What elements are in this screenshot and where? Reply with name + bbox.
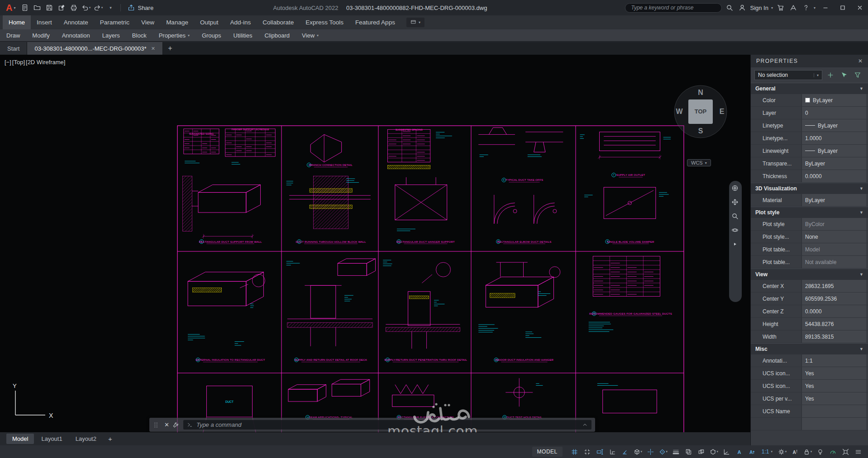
status-dynamic-input-toggle[interactable] xyxy=(594,446,606,457)
viewport-pane-control[interactable]: [−] xyxy=(5,59,11,66)
property-value[interactable]: 1:1 xyxy=(801,354,866,367)
navigation-wheel-icon[interactable] xyxy=(731,184,739,193)
selection-type-dropdown[interactable]: No selection ▾ xyxy=(754,70,822,80)
property-value[interactable]: 605599.2536 xyxy=(801,293,866,305)
ribbon-panel-block[interactable]: Block xyxy=(132,32,147,39)
qat-plot-button[interactable] xyxy=(67,2,80,14)
ribbon-tab-express-tools[interactable]: Express Tools xyxy=(300,15,349,29)
property-value[interactable]: 1.0000 xyxy=(801,132,866,144)
ribbon-panel-modify[interactable]: Modify xyxy=(32,32,49,39)
status-osnap-3d-toggle[interactable]: ▾ xyxy=(708,446,720,457)
status-lineweight-toggle[interactable] xyxy=(670,446,682,457)
viewport-style-control[interactable]: [2D Wireframe] xyxy=(26,59,65,66)
search-input[interactable] xyxy=(625,3,722,13)
command-line[interactable]: ✕ Type a command xyxy=(149,418,595,432)
drawing-area[interactable]: 1RECTANGULAR DUCT SUPPORT FROM WALL2DUCT… xyxy=(0,55,750,432)
status-dynamic-ucs-toggle[interactable] xyxy=(720,446,733,457)
status-annotation-monitor-toggle[interactable]: A xyxy=(789,446,801,457)
ribbon-tab-view[interactable]: View xyxy=(135,15,160,29)
qat-customize-menu-button[interactable]: ▾ xyxy=(104,2,116,14)
chevron-up-icon[interactable] xyxy=(582,422,588,428)
pan-icon[interactable] xyxy=(731,198,739,207)
maximize-button[interactable] xyxy=(835,1,850,14)
close-icon[interactable]: ✕ xyxy=(858,58,863,64)
property-value[interactable]: Yes xyxy=(801,367,866,379)
viewport-view-control[interactable]: [Top] xyxy=(12,59,25,66)
toggle-pickadd-button[interactable] xyxy=(825,70,836,80)
ribbon-display-toggle[interactable]: ▾ xyxy=(406,18,424,27)
qat-open-file-button[interactable] xyxy=(31,2,43,14)
status-clean-screen-toggle[interactable] xyxy=(839,446,852,457)
status-annotation-visibility-toggle[interactable]: A xyxy=(733,446,745,457)
new-drawing-tab-button[interactable]: + xyxy=(163,42,177,55)
property-value[interactable] xyxy=(801,405,866,417)
ribbon-panel-utilities[interactable]: Utilities xyxy=(234,32,253,39)
status-graphics-toggle[interactable] xyxy=(827,446,839,457)
layout-tab-layout1[interactable]: Layout1 xyxy=(35,434,68,444)
orbit-icon[interactable] xyxy=(731,227,739,235)
select-objects-button[interactable] xyxy=(839,70,849,80)
status-ortho-toggle[interactable] xyxy=(606,446,619,457)
property-value[interactable]: 0.0000 xyxy=(801,305,866,317)
wcs-dropdown[interactable]: WCS ▾ xyxy=(687,159,711,166)
annotation-scale-button[interactable]: 1:1▾ xyxy=(758,446,776,457)
qat-redo-button[interactable]: ▾ xyxy=(92,2,104,14)
new-layout-button[interactable]: + xyxy=(108,435,112,443)
quick-select-button[interactable] xyxy=(852,70,863,80)
app-store-icon[interactable] xyxy=(776,3,786,13)
status-osnap-tracking-toggle[interactable] xyxy=(644,446,657,457)
showmotion-icon[interactable] xyxy=(731,241,739,249)
viewcube[interactable]: N W E S TOP xyxy=(672,83,730,141)
property-value[interactable]: 28632.1695 xyxy=(801,280,866,292)
model-space-button[interactable]: MODEL xyxy=(532,447,563,457)
ribbon-tab-featured-apps[interactable]: Featured Apps xyxy=(349,15,401,29)
property-value[interactable]: Yes xyxy=(801,392,866,405)
qat-save-button[interactable] xyxy=(43,2,55,14)
property-value[interactable]: 54438.8276 xyxy=(801,318,866,330)
property-value[interactable]: ByLayer xyxy=(801,157,866,170)
close-icon[interactable]: ✕ xyxy=(164,421,169,428)
ribbon-tab-insert[interactable]: Insert xyxy=(31,15,58,29)
ribbon-panel-clipboard[interactable]: Clipboard xyxy=(264,32,290,39)
file-tab-document[interactable]: 03-308301-4800000...-MEC-DRG-000003*✕ xyxy=(27,42,162,55)
wrench-icon[interactable] xyxy=(172,422,179,428)
property-value[interactable]: ByLayer xyxy=(801,145,866,157)
property-value[interactable]: None xyxy=(801,231,866,243)
ribbon-panel-groups[interactable]: Groups xyxy=(202,32,221,39)
status-isodraft-toggle[interactable]: ▾ xyxy=(632,446,644,457)
ribbon-tab-add-ins[interactable]: Add-ins xyxy=(224,15,257,29)
search-icon[interactable] xyxy=(725,3,734,13)
ribbon-panel-layers[interactable]: Layers xyxy=(102,32,120,39)
property-value[interactable]: ByLayer xyxy=(801,194,866,206)
property-section-view[interactable]: View▼ xyxy=(751,269,868,280)
viewcube-east[interactable]: E xyxy=(720,108,725,115)
drawing-canvas[interactable]: 1RECTANGULAR DUCT SUPPORT FROM WALL2DUCT… xyxy=(0,55,750,432)
minimize-button[interactable] xyxy=(818,1,833,14)
property-value[interactable]: Yes xyxy=(801,380,866,392)
property-section-3d-visualization[interactable]: 3D Visualization▼ xyxy=(751,183,868,194)
qat-undo-button[interactable]: ▾ xyxy=(80,2,92,14)
status-isolate-toggle[interactable] xyxy=(814,446,826,457)
status-selection-cycling-toggle[interactable] xyxy=(695,446,707,457)
viewcube-south[interactable]: S xyxy=(698,127,703,135)
command-input[interactable]: Type a command xyxy=(183,420,591,430)
status-polar-toggle[interactable] xyxy=(619,446,631,457)
qat-save-as-button[interactable] xyxy=(55,2,67,14)
property-value[interactable]: ByLayer xyxy=(801,94,866,106)
ribbon-panel-draw[interactable]: Draw xyxy=(6,32,20,39)
property-section-general[interactable]: General▼ xyxy=(751,83,868,94)
ribbon-tab-parametric[interactable]: Parametric xyxy=(94,15,135,29)
property-section-misc[interactable]: Misc▼ xyxy=(751,343,868,354)
ribbon-tab-output[interactable]: Output xyxy=(194,15,224,29)
autodesk-access-icon[interactable] xyxy=(788,3,798,13)
sign-in-button[interactable]: Sign In xyxy=(750,5,768,11)
property-value[interactable]: 0.0000 xyxy=(801,170,866,182)
close-button[interactable] xyxy=(853,1,867,14)
property-value[interactable]: 89135.3815 xyxy=(801,331,866,343)
status-transparency-toggle[interactable] xyxy=(682,446,695,457)
layout-tab-layout2[interactable]: Layout2 xyxy=(70,434,102,444)
property-value[interactable]: ByLayer xyxy=(801,119,866,132)
status-customize-toggle[interactable] xyxy=(852,446,864,457)
ribbon-panel-annotation[interactable]: Annotation xyxy=(62,32,90,39)
user-icon[interactable] xyxy=(737,3,747,13)
